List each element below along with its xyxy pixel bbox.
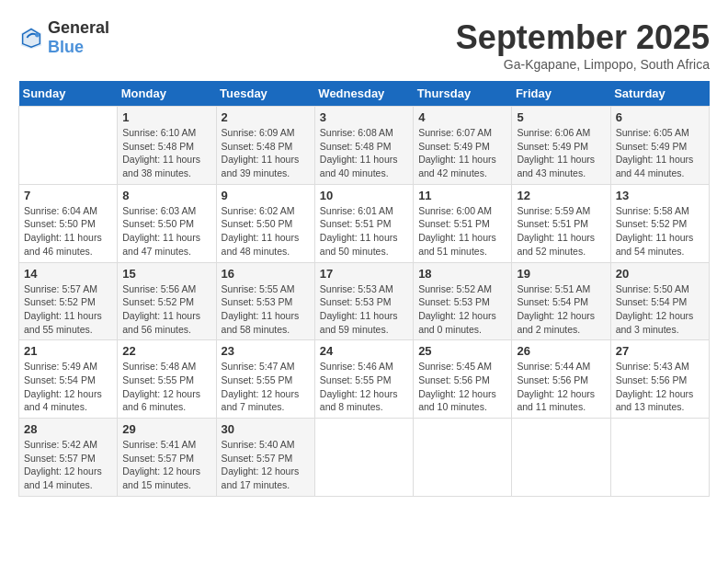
day-number: 14	[24, 267, 112, 281]
calendar-cell	[19, 107, 118, 185]
calendar-table: SundayMondayTuesdayWednesdayThursdayFrid…	[18, 81, 710, 497]
calendar-week-row: 7Sunrise: 6:04 AM Sunset: 5:50 PM Daylig…	[19, 184, 710, 262]
calendar-cell: 19Sunrise: 5:51 AM Sunset: 5:54 PM Dayli…	[512, 262, 610, 340]
cell-content: Sunrise: 6:06 AM Sunset: 5:49 PM Dayligh…	[517, 126, 605, 180]
calendar-cell: 27Sunrise: 5:43 AM Sunset: 5:56 PM Dayli…	[610, 340, 709, 419]
calendar-cell: 16Sunrise: 5:55 AM Sunset: 5:53 PM Dayli…	[216, 262, 314, 340]
calendar-cell	[414, 419, 512, 497]
day-number: 21	[24, 344, 112, 358]
cell-content: Sunrise: 6:10 AM Sunset: 5:48 PM Dayligh…	[122, 126, 210, 180]
day-header-sunday: Sunday	[19, 81, 118, 107]
cell-content: Sunrise: 6:02 AM Sunset: 5:50 PM Dayligh…	[222, 204, 310, 259]
day-number: 10	[320, 189, 408, 202]
cell-content: Sunrise: 6:04 AM Sunset: 5:50 PM Dayligh…	[24, 204, 112, 259]
cell-content: Sunrise: 5:56 AM Sunset: 5:52 PM Dayligh…	[122, 282, 210, 337]
subtitle: Ga-Kgapane, Limpopo, South Africa	[456, 57, 710, 72]
calendar-cell: 1Sunrise: 6:10 AM Sunset: 5:48 PM Daylig…	[118, 107, 216, 185]
day-number: 22	[122, 344, 210, 358]
calendar-cell	[314, 419, 413, 497]
calendar-cell: 10Sunrise: 6:01 AM Sunset: 5:51 PM Dayli…	[314, 184, 413, 262]
day-number: 30	[222, 422, 310, 436]
calendar-cell: 13Sunrise: 5:58 AM Sunset: 5:52 PM Dayli…	[610, 184, 709, 262]
day-number: 7	[24, 189, 112, 202]
day-number: 25	[418, 344, 506, 358]
day-number: 28	[24, 422, 112, 436]
calendar-cell: 9Sunrise: 6:02 AM Sunset: 5:50 PM Daylig…	[216, 184, 314, 262]
calendar-cell	[610, 419, 709, 497]
day-header-saturday: Saturday	[610, 81, 709, 107]
day-number: 4	[418, 110, 506, 124]
cell-content: Sunrise: 5:42 AM Sunset: 5:57 PM Dayligh…	[24, 438, 112, 492]
calendar-cell: 30Sunrise: 5:40 AM Sunset: 5:57 PM Dayli…	[216, 419, 314, 497]
cell-content: Sunrise: 5:57 AM Sunset: 5:52 PM Dayligh…	[24, 282, 112, 337]
svg-marker-0	[21, 28, 41, 49]
day-header-thursday: Thursday	[414, 81, 512, 107]
day-number: 5	[517, 110, 605, 124]
day-number: 2	[222, 110, 310, 124]
day-number: 29	[122, 422, 210, 436]
calendar-cell: 12Sunrise: 5:59 AM Sunset: 5:51 PM Dayli…	[512, 184, 610, 262]
cell-content: Sunrise: 5:55 AM Sunset: 5:53 PM Dayligh…	[222, 282, 310, 337]
calendar-body: 1Sunrise: 6:10 AM Sunset: 5:48 PM Daylig…	[19, 107, 710, 497]
calendar-cell: 29Sunrise: 5:41 AM Sunset: 5:57 PM Dayli…	[118, 419, 216, 497]
cell-content: Sunrise: 5:53 AM Sunset: 5:53 PM Dayligh…	[320, 282, 408, 337]
day-number: 26	[517, 344, 605, 358]
cell-content: Sunrise: 6:03 AM Sunset: 5:50 PM Dayligh…	[122, 204, 210, 259]
cell-content: Sunrise: 5:43 AM Sunset: 5:56 PM Dayligh…	[616, 360, 704, 414]
calendar-cell: 7Sunrise: 6:04 AM Sunset: 5:50 PM Daylig…	[19, 184, 118, 262]
day-number: 23	[222, 344, 310, 358]
cell-content: Sunrise: 5:58 AM Sunset: 5:52 PM Dayligh…	[616, 204, 704, 259]
day-number: 17	[320, 267, 408, 281]
calendar-cell: 26Sunrise: 5:44 AM Sunset: 5:56 PM Dayli…	[512, 340, 610, 419]
cell-content: Sunrise: 6:00 AM Sunset: 5:51 PM Dayligh…	[418, 204, 506, 259]
day-number: 13	[616, 189, 704, 202]
cell-content: Sunrise: 5:46 AM Sunset: 5:55 PM Dayligh…	[320, 360, 408, 414]
day-number: 24	[320, 344, 408, 358]
cell-content: Sunrise: 5:41 AM Sunset: 5:57 PM Dayligh…	[122, 438, 210, 492]
day-header-tuesday: Tuesday	[216, 81, 314, 107]
day-number: 9	[222, 189, 310, 202]
day-number: 16	[222, 267, 310, 281]
day-number: 1	[122, 110, 210, 124]
day-header-monday: Monday	[118, 81, 216, 107]
calendar-cell: 6Sunrise: 6:05 AM Sunset: 5:49 PM Daylig…	[610, 107, 709, 185]
cell-content: Sunrise: 5:49 AM Sunset: 5:54 PM Dayligh…	[24, 360, 112, 414]
svg-point-2	[35, 33, 40, 38]
day-number: 19	[517, 267, 605, 281]
day-number: 8	[122, 189, 210, 202]
cell-content: Sunrise: 5:51 AM Sunset: 5:54 PM Dayligh…	[517, 282, 605, 337]
title-area: September 2025 Ga-Kgapane, Limpopo, Sout…	[456, 18, 710, 72]
calendar-cell: 22Sunrise: 5:48 AM Sunset: 5:55 PM Dayli…	[118, 340, 216, 419]
calendar-cell: 5Sunrise: 6:06 AM Sunset: 5:49 PM Daylig…	[512, 107, 610, 185]
month-title: September 2025	[456, 18, 710, 57]
cell-content: Sunrise: 5:47 AM Sunset: 5:55 PM Dayligh…	[222, 360, 310, 414]
calendar-cell: 17Sunrise: 5:53 AM Sunset: 5:53 PM Dayli…	[314, 262, 413, 340]
day-header-wednesday: Wednesday	[314, 81, 413, 107]
calendar-cell: 4Sunrise: 6:07 AM Sunset: 5:49 PM Daylig…	[414, 107, 512, 185]
calendar-cell: 24Sunrise: 5:46 AM Sunset: 5:55 PM Dayli…	[314, 340, 413, 419]
day-number: 6	[616, 110, 704, 124]
calendar-header-row: SundayMondayTuesdayWednesdayThursdayFrid…	[19, 81, 710, 107]
cell-content: Sunrise: 6:01 AM Sunset: 5:51 PM Dayligh…	[320, 204, 408, 259]
calendar-cell: 25Sunrise: 5:45 AM Sunset: 5:56 PM Dayli…	[414, 340, 512, 419]
calendar-cell: 2Sunrise: 6:09 AM Sunset: 5:48 PM Daylig…	[216, 107, 314, 185]
calendar-cell	[512, 419, 610, 497]
calendar-cell: 28Sunrise: 5:42 AM Sunset: 5:57 PM Dayli…	[19, 419, 118, 497]
logo-text: General Blue	[48, 18, 109, 57]
calendar-cell: 8Sunrise: 6:03 AM Sunset: 5:50 PM Daylig…	[118, 184, 216, 262]
calendar-week-row: 21Sunrise: 5:49 AM Sunset: 5:54 PM Dayli…	[19, 340, 710, 419]
day-number: 15	[122, 267, 210, 281]
logo: General Blue	[18, 18, 109, 57]
cell-content: Sunrise: 5:45 AM Sunset: 5:56 PM Dayligh…	[418, 360, 506, 414]
calendar-cell: 14Sunrise: 5:57 AM Sunset: 5:52 PM Dayli…	[19, 262, 118, 340]
cell-content: Sunrise: 5:50 AM Sunset: 5:54 PM Dayligh…	[616, 282, 704, 337]
day-number: 27	[616, 344, 704, 358]
calendar-week-row: 28Sunrise: 5:42 AM Sunset: 5:57 PM Dayli…	[19, 419, 710, 497]
calendar-cell: 11Sunrise: 6:00 AM Sunset: 5:51 PM Dayli…	[414, 184, 512, 262]
day-number: 3	[320, 110, 408, 124]
day-number: 20	[616, 267, 704, 281]
cell-content: Sunrise: 5:59 AM Sunset: 5:51 PM Dayligh…	[517, 204, 605, 259]
day-number: 11	[418, 189, 506, 202]
cell-content: Sunrise: 5:44 AM Sunset: 5:56 PM Dayligh…	[517, 360, 605, 414]
day-number: 12	[517, 189, 605, 202]
